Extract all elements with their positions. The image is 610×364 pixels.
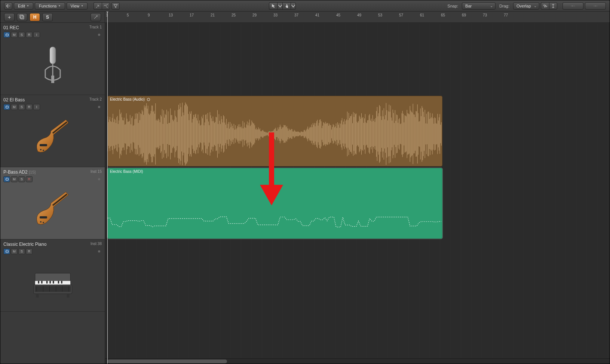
region-name: Electric Bass (Audio) xyxy=(110,97,145,101)
power-button[interactable]: ⏻ xyxy=(3,176,10,182)
finger-tool-icon[interactable] xyxy=(282,2,291,10)
bar-ruler[interactable]: 1591317212529333741454953576165697377 xyxy=(105,12,610,23)
region-lanes[interactable]: Electric Bass (Audio) xyxy=(105,23,610,358)
track-header[interactable]: Classic Electric PianoInst 38⏻MSR xyxy=(0,239,105,312)
menu-edit[interactable]: Edit▼ xyxy=(14,2,33,10)
svg-point-12 xyxy=(40,221,42,223)
hide-button-label: H xyxy=(33,15,37,20)
duplicate-track-button[interactable] xyxy=(17,13,27,21)
ruler-tick: 25 xyxy=(232,13,236,17)
hide-button[interactable]: H xyxy=(30,13,40,21)
back-icon[interactable] xyxy=(4,2,12,10)
track-header[interactable]: P-Bass AD2 [15]Inst 15⏻MSR xyxy=(0,167,105,239)
track-instrument-icon xyxy=(3,257,102,309)
autozoom-icon[interactable] xyxy=(94,2,102,10)
track-number: Track 1 xyxy=(89,25,102,29)
track-number: Inst 38 xyxy=(91,242,102,246)
region-label: Electric Bass (Audio) xyxy=(108,96,442,103)
horizontal-scrollbar[interactable] xyxy=(105,358,610,364)
menu-view[interactable]: View▼ xyxy=(67,2,88,10)
scrollbar-thumb[interactable] xyxy=(107,360,227,363)
waveform-zoom-icon[interactable] xyxy=(541,2,549,10)
track-m-button[interactable]: M xyxy=(11,32,18,38)
svg-rect-17 xyxy=(38,281,39,284)
svg-rect-21 xyxy=(53,281,54,284)
svg-rect-3 xyxy=(20,15,23,18)
snap-label: Snap: xyxy=(447,4,458,8)
track-name: 02 El Bass xyxy=(3,97,89,103)
track-header[interactable]: 02 El BassTrack 2⏻MSRI xyxy=(0,95,105,167)
vertical-autozoom-icon[interactable] xyxy=(549,2,557,10)
track-m-button[interactable]: M xyxy=(11,104,18,110)
svg-rect-25 xyxy=(35,286,71,292)
track-s-button[interactable]: S xyxy=(18,32,25,38)
add-track-button[interactable]: + xyxy=(4,13,15,21)
track-header[interactable]: 01 RECTrack 1⏻MSRI xyxy=(0,23,105,95)
svg-rect-19 xyxy=(46,281,47,284)
svg-point-1 xyxy=(595,6,595,6)
svg-rect-4 xyxy=(50,47,56,64)
track-r-button[interactable]: R xyxy=(26,176,33,182)
edit-tool-group xyxy=(94,2,110,10)
ruler-tick: 21 xyxy=(211,13,215,17)
annotation-arrow xyxy=(258,132,285,209)
power-button[interactable]: ⏻ xyxy=(3,104,10,110)
finger-tool-dropdown[interactable] xyxy=(291,2,296,10)
ruler-tick: 61 xyxy=(420,13,424,17)
svg-rect-2 xyxy=(21,16,24,19)
track-instrument-icon xyxy=(3,112,102,165)
ruler-tick: 73 xyxy=(483,13,487,17)
power-button[interactable]: ⏻ xyxy=(3,248,10,254)
pointer-tool-icon[interactable] xyxy=(269,2,277,10)
lane-track-1[interactable] xyxy=(105,23,610,95)
track-buttons: ⏻MSRI xyxy=(3,32,102,38)
power-button[interactable]: ⏻ xyxy=(3,32,10,38)
lane-track-2[interactable]: Electric Bass (Audio) xyxy=(105,95,610,167)
caret-down-icon: ▼ xyxy=(27,4,29,7)
caret-down-icon: ▼ xyxy=(58,4,61,7)
ruler-tick: 45 xyxy=(336,13,340,17)
snap-select[interactable]: Bar xyxy=(462,2,496,10)
track-r-button[interactable]: R xyxy=(26,104,33,110)
track-i-button[interactable]: I xyxy=(33,32,40,38)
snap-value: Bar xyxy=(465,4,472,8)
menu-functions[interactable]: Functions▼ xyxy=(35,2,65,10)
svg-point-9 xyxy=(43,150,44,151)
track-i-button[interactable]: I xyxy=(33,104,40,110)
track-header-list: + H S 01 RECTrack 1⏻MSRI02 El BassTrack … xyxy=(0,12,105,364)
menu-view-label: View xyxy=(71,4,80,8)
track-instrument-icon xyxy=(3,184,102,237)
filter-icon[interactable] xyxy=(111,2,120,10)
track-number: Inst 15 xyxy=(91,169,102,174)
svg-rect-7 xyxy=(40,144,47,146)
track-s-button[interactable]: S xyxy=(18,176,25,182)
track-instrument-icon xyxy=(3,40,102,92)
global-solo-button[interactable]: S xyxy=(42,13,53,21)
svg-line-10 xyxy=(53,122,67,133)
pointer-tool-dropdown[interactable] xyxy=(277,2,282,10)
track-s-button[interactable]: S xyxy=(18,104,25,110)
horizontal-zoom-slider[interactable] xyxy=(585,2,606,10)
track-r-button[interactable]: R xyxy=(26,248,33,254)
track-m-button[interactable]: M xyxy=(11,176,18,182)
ruler-tick: 41 xyxy=(315,13,319,17)
track-s-button[interactable]: S xyxy=(18,248,25,254)
lane-track-4[interactable] xyxy=(105,239,610,312)
link-icon[interactable] xyxy=(102,2,110,10)
track-m-button[interactable]: M xyxy=(11,248,18,254)
ruler-tick: 17 xyxy=(190,13,194,17)
vertical-zoom-slider[interactable] xyxy=(563,2,583,10)
track-r-button[interactable]: R xyxy=(26,32,33,38)
svg-rect-6 xyxy=(51,76,54,83)
track-buttons: ⏻MSR xyxy=(3,176,102,182)
playhead[interactable] xyxy=(107,12,108,364)
loop-icon xyxy=(147,98,150,101)
main-split: + H S 01 RECTrack 1⏻MSRI02 El BassTrack … xyxy=(0,12,610,364)
track-number: Track 2 xyxy=(89,97,102,101)
lane-track-3[interactable]: Electric Bass (MIDI) xyxy=(105,167,610,239)
arrange-area[interactable]: 1591317212529333741454953576165697377 El… xyxy=(105,12,610,364)
catch-button[interactable] xyxy=(91,13,101,21)
track-header-toolbar: + H S xyxy=(0,12,105,23)
drag-select[interactable]: Overlap xyxy=(513,2,539,10)
svg-rect-22 xyxy=(58,281,59,284)
